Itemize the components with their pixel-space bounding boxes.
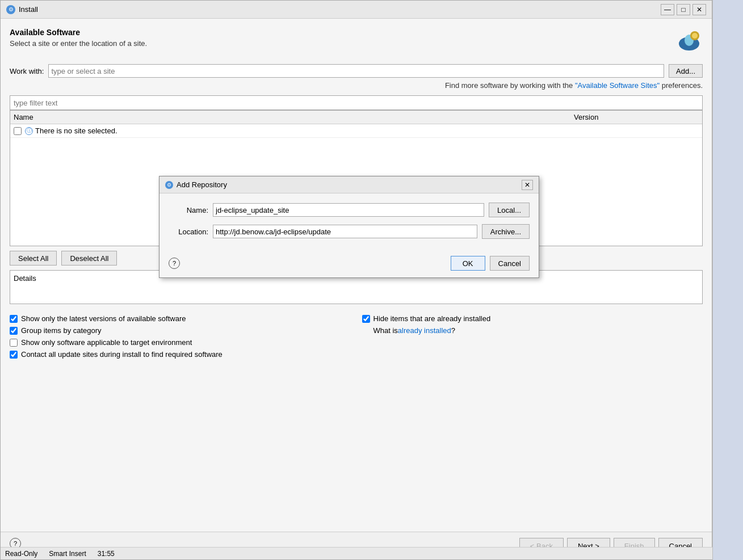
dialog-content: Name: Local... Location: Archive... xyxy=(159,193,539,251)
dialog-name-row: Name: Local... xyxy=(169,203,530,217)
filter-input[interactable] xyxy=(10,95,703,110)
dialog-location-label: Location: xyxy=(169,228,208,236)
option-checkbox-4[interactable] xyxy=(10,351,18,359)
dialog-name-label: Name: xyxy=(169,206,208,214)
table-row: ⓘ There is no site selected. xyxy=(10,124,702,138)
right-sidebar xyxy=(712,0,743,560)
add-repository-dialog: ⚙ Add Repository ✕ Name: Local... Locati… xyxy=(159,176,539,278)
name-column-header: Name xyxy=(14,113,574,121)
find-more-prefix: Find more software by working with the xyxy=(445,81,575,90)
add-button[interactable]: Add... xyxy=(669,64,703,78)
status-smart-insert: Smart Insert xyxy=(49,550,86,558)
local-button[interactable]: Local... xyxy=(489,203,530,217)
page-subtitle: Select a site or enter the location of a… xyxy=(10,39,147,48)
find-more-suffix: preferences. xyxy=(662,81,703,90)
option-row-6: What is already installed ? xyxy=(362,326,703,335)
already-installed-suffix: ? xyxy=(451,326,455,335)
dialog-title-bar: ⚙ Add Repository ✕ xyxy=(159,176,539,193)
svg-point-3 xyxy=(692,33,698,39)
option-row-4: Contact all update sites during install … xyxy=(10,350,351,359)
option-label-4: Contact all update sites during install … xyxy=(21,350,223,359)
option-label-2: Group items by category xyxy=(21,326,102,335)
info-icon: ⓘ xyxy=(25,127,33,135)
option-row-3: Show only software applicable to target … xyxy=(10,338,351,347)
work-with-input[interactable] xyxy=(48,64,664,78)
options-section: Show only the latest versions of availab… xyxy=(10,310,703,371)
dialog-title: Add Repository xyxy=(177,180,227,189)
dialog-help-icon[interactable]: ? xyxy=(169,258,180,269)
deselect-all-button[interactable]: Deselect All xyxy=(61,251,117,266)
select-all-button[interactable]: Select All xyxy=(10,251,57,266)
install-window: ⚙ Install — □ ✕ Available Software Selec… xyxy=(0,0,712,560)
version-column-header: Version xyxy=(574,113,699,121)
dialog-close-button[interactable]: ✕ xyxy=(522,180,533,190)
options-right: Hide items that are already installed Wh… xyxy=(362,314,703,362)
dialog-location-row: Location: Archive... xyxy=(169,224,530,239)
status-read-only: Read-Only xyxy=(5,550,37,558)
option-row-5: Hide items that are already installed xyxy=(362,314,703,323)
option-label-5: Hide items that are already installed xyxy=(373,314,491,323)
status-position: 31:55 xyxy=(98,550,115,558)
option-row-2: Group items by category xyxy=(10,326,351,335)
option-label-3: Show only software applicable to target … xyxy=(21,338,192,347)
header-text: Available Software Select a site or ente… xyxy=(10,28,147,48)
maximize-button[interactable]: □ xyxy=(677,4,690,15)
dialog-icon: ⚙ xyxy=(165,181,173,189)
header-icon-area xyxy=(675,28,703,55)
option-row-1: Show only the latest versions of availab… xyxy=(10,314,351,323)
dialog-title-left: ⚙ Add Repository xyxy=(165,180,227,189)
work-with-label: Work with: xyxy=(10,67,44,75)
option-checkbox-5[interactable] xyxy=(362,315,370,323)
page-title: Available Software xyxy=(10,28,147,37)
options-grid: Show only the latest versions of availab… xyxy=(10,314,703,362)
close-button[interactable]: ✕ xyxy=(692,4,706,15)
dialog-name-input[interactable] xyxy=(213,203,484,217)
title-controls: — □ ✕ xyxy=(661,4,706,15)
minimize-button[interactable]: — xyxy=(661,4,674,15)
work-with-row: Work with: Add... xyxy=(10,64,703,78)
option-checkbox-2[interactable] xyxy=(10,327,18,335)
option-checkbox-3[interactable] xyxy=(10,339,18,347)
available-software-sites-link[interactable]: "Available Software Sites" xyxy=(575,81,660,90)
install-icon: ⚙ xyxy=(6,5,15,14)
row-checkbox[interactable] xyxy=(14,127,22,135)
dialog-location-input[interactable] xyxy=(213,225,477,238)
header-section: Available Software Select a site or ente… xyxy=(10,28,703,55)
status-bar: Read-Only Smart Insert 31:55 xyxy=(1,547,713,559)
find-more-row: Find more software by working with the "… xyxy=(10,81,703,90)
dialog-ok-button[interactable]: OK xyxy=(451,256,485,271)
already-installed-link[interactable]: already installed xyxy=(398,326,451,335)
options-left: Show only the latest versions of availab… xyxy=(10,314,351,362)
option-checkbox-1[interactable] xyxy=(10,315,18,323)
dialog-cancel-button[interactable]: Cancel xyxy=(490,256,530,271)
row-name: There is no site selected. xyxy=(35,127,117,135)
already-installed-prefix: What is xyxy=(373,326,398,335)
option-label-1: Show only the latest versions of availab… xyxy=(21,314,186,323)
window-title: Install xyxy=(19,5,38,14)
title-bar-left: ⚙ Install xyxy=(6,5,38,14)
title-bar: ⚙ Install — □ ✕ xyxy=(1,1,712,19)
eclipse-logo-icon xyxy=(675,28,703,55)
dialog-footer: ? OK Cancel xyxy=(159,251,539,277)
table-header: Name Version xyxy=(10,111,702,124)
archive-button[interactable]: Archive... xyxy=(482,224,530,239)
